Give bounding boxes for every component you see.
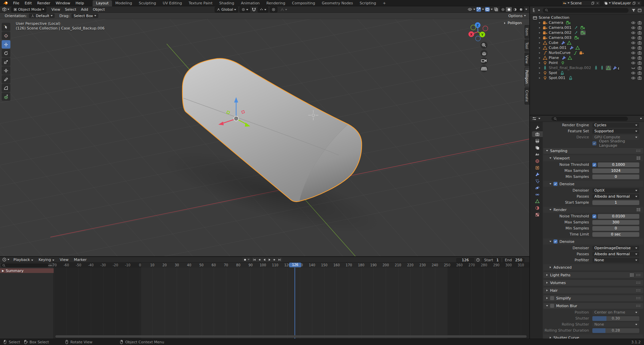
panel-volumes[interactable]: Volumes bbox=[543, 279, 643, 286]
close-icon[interactable] bbox=[596, 1, 599, 5]
eye-open-icon[interactable] bbox=[631, 41, 636, 45]
preview-range-clock-icon[interactable] bbox=[476, 258, 480, 262]
chevron-down-icon[interactable] bbox=[473, 9, 475, 10]
eye-open-icon[interactable] bbox=[631, 76, 636, 80]
filter-icon[interactable] bbox=[631, 8, 636, 13]
dropdown-feature-set[interactable]: Supported bbox=[592, 129, 639, 134]
summary-channel[interactable]: ▶ Summary bbox=[0, 268, 54, 273]
timeline-editor-icon[interactable] bbox=[2, 257, 7, 262]
shading-solid-button[interactable] bbox=[506, 7, 512, 12]
display-options-icon[interactable] bbox=[637, 8, 642, 13]
outliner-editor[interactable]: Scene Collection▸Camera▸Camera.001▸Camer… bbox=[530, 6, 644, 116]
play-button[interactable] bbox=[267, 257, 272, 262]
camera-photo-icon[interactable] bbox=[637, 46, 642, 50]
dropdown-render-engine[interactable]: Cycles bbox=[592, 123, 639, 128]
timeline-editor[interactable]: PlaybackKeyingViewMarker 126 Start 1 End… bbox=[0, 256, 530, 339]
eye-open-icon[interactable] bbox=[631, 20, 636, 25]
summary-expand-icon[interactable]: ▶ bbox=[2, 269, 4, 272]
properties-tab-particles[interactable] bbox=[532, 178, 543, 184]
drag-handle-icon[interactable] bbox=[636, 149, 641, 152]
snap-magnet-icon[interactable] bbox=[252, 7, 256, 12]
falloff-dropdown[interactable] bbox=[279, 7, 289, 12]
eye-open-icon[interactable] bbox=[631, 36, 636, 40]
add-workspace-button[interactable]: + bbox=[379, 0, 389, 6]
close-icon[interactable] bbox=[637, 1, 641, 5]
disclosure-triangle-icon[interactable]: ▸ bbox=[538, 41, 541, 44]
menu-edit[interactable]: Edit bbox=[22, 1, 34, 5]
axis-neg-y-ball[interactable] bbox=[471, 25, 476, 30]
checkbox[interactable] bbox=[550, 304, 554, 308]
tool-scale-button[interactable] bbox=[2, 58, 10, 66]
menu-render[interactable]: Render bbox=[35, 1, 53, 5]
outliner-item-nurbscurve[interactable]: ▸NurbsCurve bbox=[530, 50, 644, 55]
disclosure-triangle-icon[interactable]: ▸ bbox=[538, 26, 541, 29]
prev-key-button[interactable] bbox=[257, 257, 262, 262]
tool-transform-button[interactable] bbox=[2, 66, 10, 75]
chevron-down-icon[interactable] bbox=[491, 9, 493, 10]
timeline-menu-view[interactable]: View bbox=[57, 258, 71, 262]
subpanel-render[interactable]: Render bbox=[543, 207, 643, 213]
camera-photo-icon[interactable] bbox=[637, 61, 642, 65]
field-time-limit[interactable]: 0 sec bbox=[592, 232, 639, 237]
copy-icon[interactable] bbox=[632, 1, 636, 5]
subpanel-viewport[interactable]: Viewport bbox=[543, 155, 643, 161]
workspace-tab-uv-editing[interactable]: UV Editing bbox=[159, 0, 185, 6]
sidebar-panel-poliigon[interactable]: Poliigon bbox=[504, 21, 522, 25]
pivot-dropdown[interactable] bbox=[239, 7, 250, 12]
jump-first-button[interactable] bbox=[252, 257, 257, 262]
menu-file[interactable]: File bbox=[10, 1, 22, 5]
eye-open-icon[interactable] bbox=[631, 71, 636, 75]
viewport-menu-object[interactable]: Object bbox=[91, 7, 107, 12]
sidebar-tab-item[interactable]: Item bbox=[525, 25, 529, 39]
timeline-menu-playback[interactable]: Playback bbox=[11, 258, 36, 262]
slider-shutter[interactable]: 0.30 bbox=[592, 316, 639, 321]
drag-handle-icon[interactable] bbox=[636, 304, 641, 307]
shading-material-button[interactable] bbox=[512, 7, 518, 12]
outliner-item-shell-final-backup-002[interactable]: ▸Shell_final_Backup.0024 bbox=[530, 65, 644, 70]
copy-icon[interactable] bbox=[591, 1, 595, 5]
outliner-item-spot-001[interactable]: ▸Spot.001 bbox=[530, 75, 644, 80]
camera-photo-icon[interactable] bbox=[637, 51, 642, 55]
slider-rolling-shutter-duration[interactable]: 0.28 bbox=[592, 328, 639, 333]
timeline-menu-marker[interactable]: Marker bbox=[71, 258, 89, 262]
dropdown-prefilter[interactable]: None bbox=[592, 258, 639, 263]
outliner-item-spot[interactable]: ▸Spot bbox=[530, 70, 644, 75]
eye-open-icon[interactable] bbox=[631, 25, 636, 30]
channel-search-input[interactable] bbox=[1, 263, 49, 267]
disclosure-triangle-icon[interactable]: ▸ bbox=[538, 36, 541, 39]
viewport-scene[interactable]: Z X Y bbox=[0, 6, 529, 256]
disclosure-triangle-icon[interactable]: ▸ bbox=[538, 61, 541, 64]
sidebar-tab-poliigon[interactable]: Poliigon bbox=[525, 67, 529, 86]
outliner-item-cube-001[interactable]: ▸Cube.001 bbox=[530, 45, 644, 50]
eye-closed-icon[interactable] bbox=[631, 66, 636, 70]
camera-photo-icon[interactable] bbox=[637, 76, 642, 80]
dropdown-passes[interactable]: Albedo and Normal bbox=[592, 252, 639, 257]
outliner-item-point[interactable]: ▸Point bbox=[530, 60, 644, 65]
eye-open-icon[interactable] bbox=[631, 61, 636, 65]
tool-cursor-button[interactable] bbox=[2, 31, 10, 40]
drag-handle-icon[interactable] bbox=[636, 297, 641, 299]
outliner-item-camera-002[interactable]: ▸Camera.002 bbox=[530, 30, 644, 35]
field-noise-threshold[interactable]: 0.0100 bbox=[598, 214, 639, 219]
jump-last-button[interactable] bbox=[277, 257, 282, 262]
checkbox[interactable] bbox=[592, 163, 596, 167]
gizmos-icon[interactable] bbox=[476, 7, 481, 12]
timeline-menu-keying[interactable]: Keying bbox=[36, 258, 57, 262]
shading-wireframe-button[interactable] bbox=[500, 7, 506, 12]
workspace-tab-animation[interactable]: Animation bbox=[237, 0, 263, 6]
field-start-sample[interactable]: 1 bbox=[592, 200, 639, 205]
drag-handle-icon[interactable] bbox=[636, 274, 641, 276]
chevron-down-icon[interactable] bbox=[248, 259, 250, 260]
outliner-editor-icon[interactable] bbox=[532, 8, 537, 13]
properties-tab-modifiers[interactable] bbox=[532, 171, 543, 177]
tool-add-cube-button[interactable] bbox=[2, 92, 10, 101]
disclosure-triangle-icon[interactable]: ▸ bbox=[538, 66, 541, 69]
workspace-tab-shading[interactable]: Shading bbox=[216, 0, 238, 6]
next-key-button[interactable] bbox=[272, 257, 277, 262]
properties-tab-data[interactable] bbox=[532, 198, 543, 204]
eye-open-icon[interactable] bbox=[631, 51, 636, 55]
current-frame-field[interactable]: 126 bbox=[456, 258, 474, 262]
editor-type-icon[interactable] bbox=[2, 7, 7, 12]
dropdown-denoiser[interactable]: OpenImageDenoise bbox=[592, 246, 639, 251]
xray-toggle-icon[interactable] bbox=[494, 7, 498, 12]
